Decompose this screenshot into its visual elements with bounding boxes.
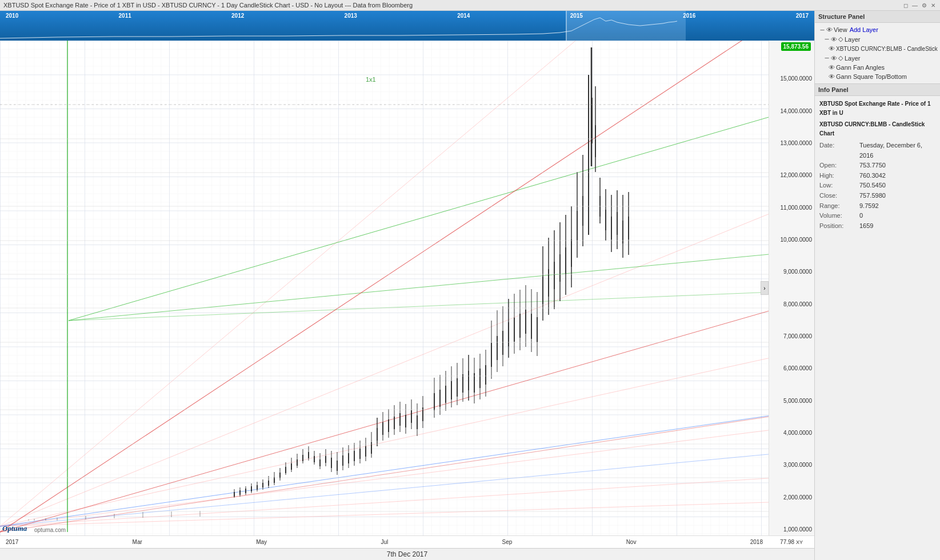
structure-panel-header: Structure Panel: [815, 11, 940, 23]
gann-fan-label: Gann Fan Angles: [836, 64, 885, 71]
svg-rect-88: [394, 417, 395, 429]
info-range-value: 9.7592: [859, 201, 879, 211]
svg-rect-104: [445, 386, 446, 403]
svg-rect-168: [622, 221, 623, 243]
layer2-eye-icon[interactable]: 👁: [831, 55, 837, 62]
x-label-mar: Mar: [133, 539, 142, 545]
info-chart-type: XBTUSD CURNCY:BLMB - CandleStick Chart: [819, 120, 935, 138]
svg-rect-90: [399, 413, 401, 426]
gann-square-row[interactable]: 👁 Gann Square Top/Bottom: [815, 72, 940, 81]
svg-rect-98: [422, 407, 423, 421]
optuma-logo: Optuma: [2, 524, 27, 533]
layer1-row[interactable]: ─ 👁 ◇ Layer: [815, 34, 940, 44]
info-range-row: Range: 9.7592: [819, 201, 935, 211]
restore-icon[interactable]: ◻: [902, 2, 909, 9]
svg-rect-62: [319, 459, 321, 466]
gann-square-eye-icon[interactable]: 👁: [829, 73, 835, 80]
svg-rect-134: [531, 314, 532, 339]
info-date-value: Tuesday, December 6, 2016: [859, 141, 935, 161]
svg-rect-0: [0, 11, 814, 41]
svg-rect-48: [279, 473, 281, 478]
info-position-row: Position: 1659: [819, 221, 935, 231]
svg-rect-116: [479, 369, 481, 388]
chart-plot-area[interactable]: 1x1: [0, 41, 769, 535]
info-date-label: Date:: [819, 141, 859, 161]
xbtusd-row[interactable]: 👁 XBTUSD CURNCY:BLMB - CandleStick: [815, 44, 940, 53]
x-label-may: May: [256, 539, 267, 545]
info-range-label: Range:: [819, 201, 859, 211]
svg-rect-78: [365, 446, 366, 457]
svg-rect-44: [268, 481, 269, 486]
svg-rect-130: [519, 314, 521, 338]
y-label-3000: 3,000.0000: [771, 462, 812, 468]
svg-rect-108: [457, 378, 458, 397]
view-eye-icon[interactable]: 👁: [826, 26, 833, 33]
svg-rect-94: [411, 410, 412, 423]
view-expand-icon[interactable]: ─: [819, 27, 825, 33]
svg-rect-144: [559, 254, 561, 282]
layer2-extra-icon: ◇: [838, 54, 843, 62]
info-panel-header: Info Panel: [815, 84, 940, 96]
chart-main: 1x1: [0, 41, 814, 535]
main-layout: 2010 2011 2012 2013 2014 2015 2016 2017: [0, 11, 940, 560]
svg-rect-32: [234, 492, 235, 497]
y-label-13000: 13,000.0000: [771, 140, 812, 146]
svg-rect-74: [354, 451, 355, 461]
svg-rect-170: [628, 217, 629, 239]
svg-rect-92: [405, 415, 406, 427]
gann-fan-row[interactable]: 👁 Gann Fan Angles: [815, 63, 940, 72]
close-icon[interactable]: ✕: [930, 2, 937, 9]
svg-rect-40: [257, 485, 258, 490]
layer1-eye-icon[interactable]: 👁: [831, 36, 837, 43]
layer1-label: Layer: [845, 36, 861, 43]
svg-rect-60: [314, 456, 315, 462]
info-open-label: Open:: [819, 161, 859, 171]
layer2-row[interactable]: ─ 👁 ◇ Layer: [815, 53, 940, 63]
info-open-value: 753.7750: [859, 161, 886, 171]
svg-rect-124: [502, 331, 503, 355]
x-label-2018: 2018: [750, 539, 763, 545]
panel-collapse-arrow[interactable]: ›: [761, 281, 769, 295]
gann-square-label: Gann Square Top/Bottom: [836, 73, 907, 80]
layer2-expand-icon[interactable]: ─: [824, 55, 830, 61]
layer1-extra-icon: ◇: [838, 35, 843, 43]
svg-rect-86: [388, 419, 389, 432]
add-layer-label[interactable]: Add Layer: [850, 26, 878, 33]
svg-rect-34: [239, 490, 241, 495]
navigator-bar[interactable]: 2010 2011 2012 2013 2014 2015 2016 2017: [0, 11, 814, 41]
minimize-icon[interactable]: ―: [911, 2, 918, 9]
gann-fan-eye-icon[interactable]: 👁: [829, 64, 835, 71]
svg-rect-118: [485, 365, 486, 385]
layer2-label: Layer: [845, 55, 861, 62]
layer1-expand-icon[interactable]: ─: [824, 37, 830, 42]
window-controls: ◻ ― ⚙ ✕: [902, 2, 937, 9]
info-position-value: 1659: [859, 221, 873, 231]
svg-rect-122: [497, 336, 498, 360]
info-high-label: High:: [819, 171, 859, 181]
view-label: View: [834, 26, 847, 33]
svg-rect-82: [377, 428, 378, 441]
view-row[interactable]: ─ 👁 View Add Layer: [815, 25, 940, 34]
svg-rect-128: [514, 318, 515, 342]
svg-rect-46: [274, 477, 275, 483]
y-label-7000: 7,000.0000: [771, 333, 812, 339]
settings-icon[interactable]: ⚙: [921, 2, 927, 9]
chart-title: XBTUSD Spot Exchange Rate - Price of 1 X…: [3, 2, 413, 9]
title-bar: XBTUSD Spot Exchange Rate - Price of 1 X…: [0, 0, 940, 11]
y-label-12000: 12,000.0000: [771, 172, 812, 178]
svg-rect-42: [262, 483, 263, 487]
info-close-label: Close:: [819, 191, 859, 201]
svg-rect-38: [251, 486, 252, 491]
svg-rect-152: [582, 196, 583, 226]
y-label-14000: 14,000.0000: [771, 108, 812, 114]
x-axis: 2017 Mar May Jul Sep Nov 2018 77.98 XY: [0, 535, 814, 548]
svg-rect-142: [554, 262, 555, 289]
xbtusd-eye-icon[interactable]: 👁: [829, 45, 835, 52]
svg-rect-112: [468, 371, 469, 390]
info-volume-row: Volume: 0: [819, 211, 935, 221]
info-volume-value: 0: [859, 211, 863, 221]
svg-rect-102: [439, 390, 441, 407]
svg-rect-120: [491, 343, 492, 367]
svg-rect-54: [297, 459, 298, 466]
svg-rect-138: [542, 277, 543, 304]
